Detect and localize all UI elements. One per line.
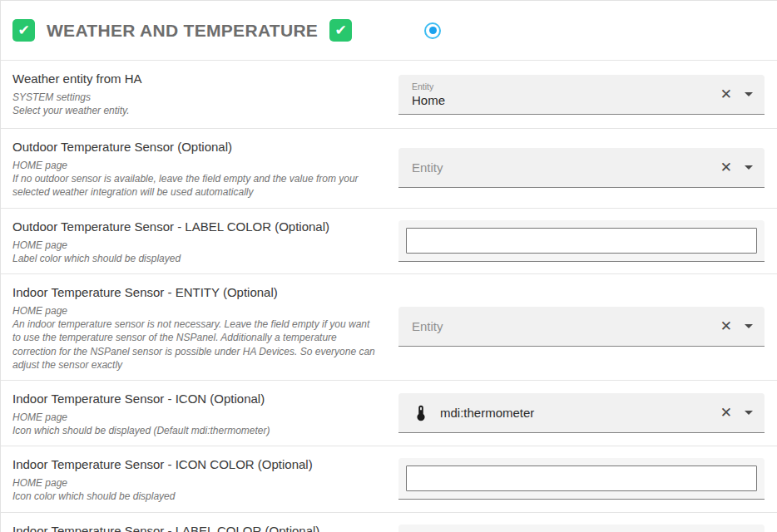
select-placeholder: Entity bbox=[412, 160, 720, 175]
row-title: Outdoor Temperature Sensor (Optional) bbox=[12, 140, 377, 154]
settings-row-indoor-entity: Indoor Temperature Sensor - ENTITY (Opti… bbox=[1, 273, 777, 380]
row-title: Indoor Temperature Sensor - ENTITY (Opti… bbox=[12, 285, 377, 299]
row-description: Label color which should be displayed bbox=[12, 252, 377, 265]
text-field-container bbox=[398, 458, 765, 500]
radio-dot-icon bbox=[429, 27, 437, 34]
row-title: Indoor Temperature Sensor - ICON COLOR (… bbox=[12, 457, 377, 471]
thermometer-icon bbox=[412, 404, 430, 422]
section-checkbox-right[interactable]: ✔ bbox=[329, 19, 352, 42]
row-text-block: Outdoor Temperature Sensor - LABEL COLOR… bbox=[1, 209, 398, 273]
row-title: Indoor Temperature Sensor - LABEL COLOR … bbox=[12, 524, 377, 532]
row-context: HOME page bbox=[12, 159, 377, 172]
clear-icon[interactable]: ✕ bbox=[720, 319, 732, 333]
check-icon: ✔ bbox=[335, 23, 347, 37]
row-context: HOME page bbox=[12, 411, 377, 424]
row-text-block: Indoor Temperature Sensor - ENTITY (Opti… bbox=[1, 274, 398, 380]
settings-row-indoor-label-color: Indoor Temperature Sensor - LABEL COLOR … bbox=[1, 512, 777, 532]
row-title: Indoor Temperature Sensor - ICON (Option… bbox=[12, 392, 377, 406]
settings-page: ✔ WEATHER AND TEMPERATURE ✔ Weather enti… bbox=[0, 0, 777, 532]
settings-row-outdoor-entity: Outdoor Temperature Sensor (Optional) HO… bbox=[1, 128, 777, 208]
row-field-area: mdi:thermometer ✕ bbox=[398, 381, 765, 446]
row-description: If no outdoor sensor is available, leave… bbox=[12, 172, 377, 199]
section-checkbox-left[interactable]: ✔ bbox=[12, 19, 35, 42]
row-text-block: Indoor Temperature Sensor - ICON (Option… bbox=[1, 381, 398, 446]
row-text-block: Outdoor Temperature Sensor (Optional) HO… bbox=[1, 129, 398, 208]
settings-row-outdoor-label-color: Outdoor Temperature Sensor - LABEL COLOR… bbox=[1, 208, 777, 273]
row-title: Outdoor Temperature Sensor - LABEL COLOR… bbox=[12, 219, 377, 234]
select-value: Home bbox=[412, 93, 720, 107]
clear-icon[interactable]: ✕ bbox=[720, 160, 732, 175]
select-floating-label: Entity bbox=[412, 81, 720, 91]
row-text-block: Weather entity from HA SYSTEM settings S… bbox=[1, 61, 398, 128]
clear-icon[interactable]: ✕ bbox=[720, 87, 732, 101]
section-header: ✔ WEATHER AND TEMPERATURE ✔ bbox=[1, 1, 777, 60]
row-text-block: Indoor Temperature Sensor - ICON COLOR (… bbox=[1, 446, 398, 511]
indoor-icon-color-input[interactable] bbox=[406, 466, 757, 491]
page-title: WEATHER AND TEMPERATURE bbox=[47, 21, 318, 41]
settings-row-weather-entity: Weather entity from HA SYSTEM settings S… bbox=[1, 60, 777, 128]
row-field-area: Entity ✕ bbox=[398, 129, 765, 208]
row-context: HOME page bbox=[12, 239, 377, 252]
row-field-area bbox=[398, 513, 765, 532]
select-placeholder: Entity bbox=[412, 319, 720, 333]
chevron-down-icon[interactable] bbox=[745, 92, 753, 96]
text-field-container bbox=[398, 220, 765, 262]
row-description: Select your weather entity. bbox=[12, 104, 377, 117]
row-description: Icon color which should be displayed bbox=[12, 490, 377, 503]
row-context: HOME page bbox=[12, 476, 377, 490]
row-field-area: Entity ✕ bbox=[398, 274, 765, 380]
row-context: SYSTEM settings bbox=[12, 91, 377, 104]
indoor-temp-entity-select[interactable]: Entity ✕ bbox=[398, 307, 765, 347]
row-field-area bbox=[398, 446, 765, 511]
outdoor-label-color-input[interactable] bbox=[406, 228, 757, 254]
settings-row-indoor-icon: Indoor Temperature Sensor - ICON (Option… bbox=[1, 380, 777, 446]
select-content: Entity Home bbox=[412, 81, 720, 107]
clear-icon[interactable]: ✕ bbox=[720, 406, 732, 420]
row-description: An indoor temperature sensor is not nece… bbox=[12, 318, 377, 372]
chevron-down-icon[interactable] bbox=[745, 411, 753, 415]
row-description: Icon which should be displayed (Default … bbox=[12, 424, 377, 437]
settings-row-indoor-icon-color: Indoor Temperature Sensor - ICON COLOR (… bbox=[1, 446, 777, 511]
row-field-area: Entity Home ✕ bbox=[398, 61, 765, 128]
row-field-area bbox=[398, 209, 765, 273]
text-field-container bbox=[398, 525, 765, 532]
row-title: Weather entity from HA bbox=[12, 71, 377, 86]
indoor-temp-icon-select[interactable]: mdi:thermometer ✕ bbox=[398, 393, 765, 433]
select-value: mdi:thermometer bbox=[440, 406, 720, 420]
outdoor-temp-entity-select[interactable]: Entity ✕ bbox=[398, 148, 765, 188]
check-icon: ✔ bbox=[17, 23, 29, 37]
weather-entity-select[interactable]: Entity Home ✕ bbox=[398, 75, 765, 115]
chevron-down-icon[interactable] bbox=[745, 324, 753, 328]
row-text-block: Indoor Temperature Sensor - LABEL COLOR … bbox=[1, 513, 398, 532]
radio-button[interactable] bbox=[424, 22, 441, 39]
row-context: HOME page bbox=[12, 304, 377, 318]
chevron-down-icon[interactable] bbox=[745, 165, 753, 170]
